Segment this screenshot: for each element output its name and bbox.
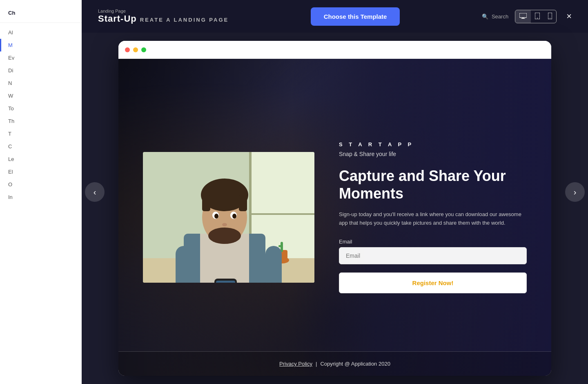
person-image <box>143 152 314 283</box>
svg-rect-15 <box>278 245 283 247</box>
landing-preview: S T A R T A P P Snap & Share your life C… <box>118 59 551 376</box>
desktop-device-button[interactable] <box>515 10 531 23</box>
nav-arrow-left[interactable]: ‹ <box>85 182 105 202</box>
svg-rect-1 <box>522 18 524 18</box>
window-dot-red <box>125 47 130 52</box>
choose-template-button[interactable]: Choose this Template <box>311 7 400 26</box>
sidebar-item-4[interactable]: N <box>0 77 82 89</box>
svg-rect-0 <box>519 13 527 18</box>
modal-title-bar <box>118 41 551 59</box>
top-bar: Landing Page Start-Up REATE A LANDING PA… <box>82 0 588 33</box>
svg-rect-2 <box>521 18 525 19</box>
sidebar-item-7[interactable]: Th <box>0 115 82 127</box>
sidebar-item-10[interactable]: Le <box>0 153 82 165</box>
app-tagline: Snap & Share your life <box>339 151 527 157</box>
window-dot-green <box>141 47 146 52</box>
sidebar-item-6[interactable]: To <box>0 102 82 115</box>
app-headline: Capture and Share Your Moments <box>339 167 527 202</box>
search-label: Search <box>492 13 508 20</box>
svg-point-4 <box>537 18 538 18</box>
sidebar-item-11[interactable]: El <box>0 165 82 178</box>
mobile-device-button[interactable] <box>544 10 556 23</box>
sidebar-item-13[interactable]: In <box>0 191 82 203</box>
sidebar-item-1[interactable]: M <box>0 39 82 51</box>
main-content: Landing Page Start-Up REATE A LANDING PA… <box>82 0 588 384</box>
svg-point-23 <box>208 228 241 244</box>
copyright-text: Copyright @ Application 2020 <box>320 361 390 367</box>
register-button[interactable]: Register Now! <box>339 272 527 293</box>
app-brand: S T A R T A P P <box>339 141 527 147</box>
svg-point-28 <box>222 223 227 226</box>
device-switcher <box>515 10 557 23</box>
svg-rect-22 <box>239 195 247 211</box>
brand-title: Start-Up <box>98 13 137 24</box>
sidebar-item-2[interactable]: Ev <box>0 51 82 64</box>
svg-rect-34 <box>216 281 235 283</box>
landing-content: S T A R T A P P Snap & Share your life C… <box>118 59 551 376</box>
sidebar-item-5[interactable]: W <box>0 89 82 102</box>
svg-point-26 <box>214 214 218 219</box>
privacy-link[interactable]: Privacy Policy <box>279 361 312 367</box>
svg-rect-30 <box>265 246 282 283</box>
nav-arrow-right[interactable]: › <box>565 182 585 202</box>
svg-rect-29 <box>176 246 192 283</box>
svg-point-6 <box>550 18 550 18</box>
breadcrumb: Landing Page <box>98 9 229 13</box>
sidebar-item-9[interactable]: C <box>0 140 82 153</box>
app-description: Sign-up today and you'll receive a link … <box>339 210 527 228</box>
sidebar-item-3[interactable]: Di <box>0 64 82 77</box>
sidebar-header: Ch <box>0 7 82 23</box>
email-input[interactable] <box>339 247 527 264</box>
landing-footer: Privacy Policy | Copyright @ Application… <box>118 351 551 376</box>
svg-rect-10 <box>249 213 314 215</box>
sidebar-item-12[interactable]: O <box>0 178 82 191</box>
sidebar-item-0[interactable]: Al <box>0 26 82 39</box>
svg-rect-21 <box>202 195 210 211</box>
sidebar: Ch Al M Ev Di N W To Th T C Le El O In <box>0 0 82 384</box>
person-illustration <box>143 152 314 283</box>
modal-preview-window: S T A R T A P P Snap & Share your life C… <box>118 41 551 376</box>
sidebar-item-8[interactable]: T <box>0 127 82 140</box>
email-label: Email <box>339 239 527 245</box>
tablet-device-button[interactable] <box>531 10 544 23</box>
page-subtitle: REATE A LANDING PAGE <box>140 17 229 23</box>
svg-point-27 <box>232 214 236 219</box>
close-button[interactable]: × <box>566 11 572 22</box>
editor-background: Ch Al M Ev Di N W To Th T C Le El O In L… <box>0 0 588 384</box>
search-icon: 🔍 <box>482 13 488 20</box>
top-bar-left: Landing Page Start-Up REATE A LANDING PA… <box>98 9 229 24</box>
window-dot-yellow <box>133 47 138 52</box>
top-bar-right: 🔍 Search <box>482 10 572 23</box>
landing-right-content: S T A R T A P P Snap & Share your life C… <box>339 141 527 294</box>
footer-separator: | <box>316 361 317 367</box>
search-bar: 🔍 Search <box>482 13 508 20</box>
email-form-group: Email <box>339 239 527 264</box>
